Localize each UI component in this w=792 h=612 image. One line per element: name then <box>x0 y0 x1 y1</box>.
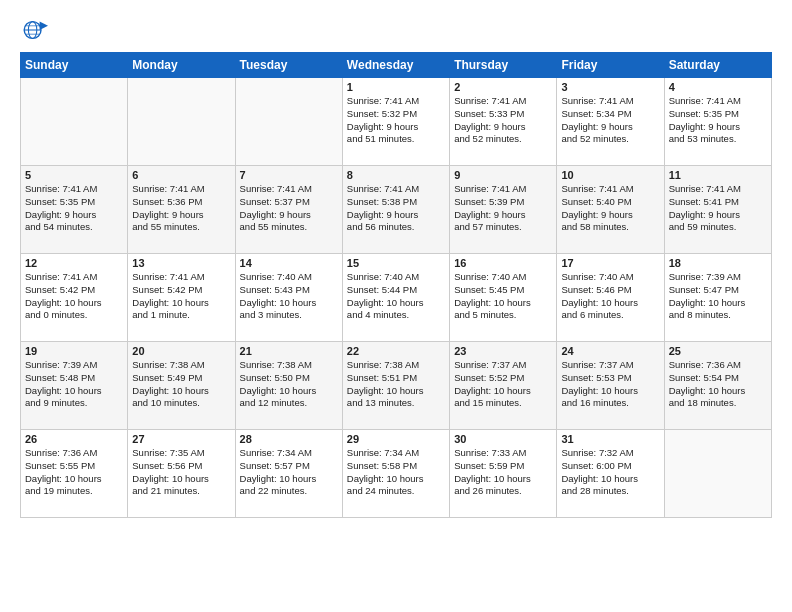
day-number: 10 <box>561 169 659 181</box>
day-number: 24 <box>561 345 659 357</box>
day-number: 16 <box>454 257 552 269</box>
calendar-cell: 15Sunrise: 7:40 AM Sunset: 5:44 PM Dayli… <box>342 254 449 342</box>
day-info: Sunrise: 7:41 AM Sunset: 5:38 PM Dayligh… <box>347 183 445 234</box>
calendar-cell: 23Sunrise: 7:37 AM Sunset: 5:52 PM Dayli… <box>450 342 557 430</box>
calendar-cell: 10Sunrise: 7:41 AM Sunset: 5:40 PM Dayli… <box>557 166 664 254</box>
calendar-cell: 30Sunrise: 7:33 AM Sunset: 5:59 PM Dayli… <box>450 430 557 518</box>
calendar-week-2: 5Sunrise: 7:41 AM Sunset: 5:35 PM Daylig… <box>21 166 772 254</box>
day-number: 23 <box>454 345 552 357</box>
calendar-cell: 17Sunrise: 7:40 AM Sunset: 5:46 PM Dayli… <box>557 254 664 342</box>
day-info: Sunrise: 7:41 AM Sunset: 5:40 PM Dayligh… <box>561 183 659 234</box>
day-number: 11 <box>669 169 767 181</box>
calendar-cell: 11Sunrise: 7:41 AM Sunset: 5:41 PM Dayli… <box>664 166 771 254</box>
day-info: Sunrise: 7:40 AM Sunset: 5:43 PM Dayligh… <box>240 271 338 322</box>
day-info: Sunrise: 7:37 AM Sunset: 5:53 PM Dayligh… <box>561 359 659 410</box>
day-number: 4 <box>669 81 767 93</box>
calendar-cell: 25Sunrise: 7:36 AM Sunset: 5:54 PM Dayli… <box>664 342 771 430</box>
day-number: 13 <box>132 257 230 269</box>
calendar-cell: 20Sunrise: 7:38 AM Sunset: 5:49 PM Dayli… <box>128 342 235 430</box>
day-number: 19 <box>25 345 123 357</box>
calendar-cell: 6Sunrise: 7:41 AM Sunset: 5:36 PM Daylig… <box>128 166 235 254</box>
calendar-cell <box>128 78 235 166</box>
calendar-cell: 5Sunrise: 7:41 AM Sunset: 5:35 PM Daylig… <box>21 166 128 254</box>
day-number: 31 <box>561 433 659 445</box>
day-number: 30 <box>454 433 552 445</box>
day-number: 21 <box>240 345 338 357</box>
day-number: 26 <box>25 433 123 445</box>
calendar-cell: 29Sunrise: 7:34 AM Sunset: 5:58 PM Dayli… <box>342 430 449 518</box>
day-number: 14 <box>240 257 338 269</box>
day-info: Sunrise: 7:41 AM Sunset: 5:41 PM Dayligh… <box>669 183 767 234</box>
day-info: Sunrise: 7:40 AM Sunset: 5:45 PM Dayligh… <box>454 271 552 322</box>
calendar-cell: 2Sunrise: 7:41 AM Sunset: 5:33 PM Daylig… <box>450 78 557 166</box>
calendar-week-4: 19Sunrise: 7:39 AM Sunset: 5:48 PM Dayli… <box>21 342 772 430</box>
day-number: 28 <box>240 433 338 445</box>
day-info: Sunrise: 7:40 AM Sunset: 5:44 PM Dayligh… <box>347 271 445 322</box>
day-number: 20 <box>132 345 230 357</box>
calendar-cell <box>21 78 128 166</box>
calendar-table: SundayMondayTuesdayWednesdayThursdayFrid… <box>20 52 772 518</box>
calendar-cell: 26Sunrise: 7:36 AM Sunset: 5:55 PM Dayli… <box>21 430 128 518</box>
day-info: Sunrise: 7:41 AM Sunset: 5:42 PM Dayligh… <box>25 271 123 322</box>
calendar-cell: 4Sunrise: 7:41 AM Sunset: 5:35 PM Daylig… <box>664 78 771 166</box>
calendar-cell: 12Sunrise: 7:41 AM Sunset: 5:42 PM Dayli… <box>21 254 128 342</box>
calendar-cell: 22Sunrise: 7:38 AM Sunset: 5:51 PM Dayli… <box>342 342 449 430</box>
calendar-cell: 28Sunrise: 7:34 AM Sunset: 5:57 PM Dayli… <box>235 430 342 518</box>
header-cell-wednesday: Wednesday <box>342 53 449 78</box>
day-number: 6 <box>132 169 230 181</box>
calendar-cell: 14Sunrise: 7:40 AM Sunset: 5:43 PM Dayli… <box>235 254 342 342</box>
day-info: Sunrise: 7:32 AM Sunset: 6:00 PM Dayligh… <box>561 447 659 498</box>
calendar-cell: 19Sunrise: 7:39 AM Sunset: 5:48 PM Dayli… <box>21 342 128 430</box>
calendar-week-5: 26Sunrise: 7:36 AM Sunset: 5:55 PM Dayli… <box>21 430 772 518</box>
calendar-cell: 21Sunrise: 7:38 AM Sunset: 5:50 PM Dayli… <box>235 342 342 430</box>
day-info: Sunrise: 7:41 AM Sunset: 5:33 PM Dayligh… <box>454 95 552 146</box>
calendar-cell: 3Sunrise: 7:41 AM Sunset: 5:34 PM Daylig… <box>557 78 664 166</box>
header-cell-saturday: Saturday <box>664 53 771 78</box>
day-number: 25 <box>669 345 767 357</box>
day-info: Sunrise: 7:39 AM Sunset: 5:48 PM Dayligh… <box>25 359 123 410</box>
day-info: Sunrise: 7:39 AM Sunset: 5:47 PM Dayligh… <box>669 271 767 322</box>
day-number: 22 <box>347 345 445 357</box>
day-info: Sunrise: 7:36 AM Sunset: 5:55 PM Dayligh… <box>25 447 123 498</box>
day-number: 5 <box>25 169 123 181</box>
day-number: 8 <box>347 169 445 181</box>
day-info: Sunrise: 7:33 AM Sunset: 5:59 PM Dayligh… <box>454 447 552 498</box>
logo-icon <box>20 16 48 44</box>
day-info: Sunrise: 7:36 AM Sunset: 5:54 PM Dayligh… <box>669 359 767 410</box>
day-number: 7 <box>240 169 338 181</box>
logo <box>20 16 52 44</box>
day-number: 29 <box>347 433 445 445</box>
day-number: 27 <box>132 433 230 445</box>
calendar-cell: 7Sunrise: 7:41 AM Sunset: 5:37 PM Daylig… <box>235 166 342 254</box>
day-info: Sunrise: 7:41 AM Sunset: 5:36 PM Dayligh… <box>132 183 230 234</box>
calendar-week-3: 12Sunrise: 7:41 AM Sunset: 5:42 PM Dayli… <box>21 254 772 342</box>
calendar-cell: 1Sunrise: 7:41 AM Sunset: 5:32 PM Daylig… <box>342 78 449 166</box>
calendar-cell <box>235 78 342 166</box>
header-cell-sunday: Sunday <box>21 53 128 78</box>
day-number: 1 <box>347 81 445 93</box>
day-info: Sunrise: 7:38 AM Sunset: 5:51 PM Dayligh… <box>347 359 445 410</box>
calendar-cell: 27Sunrise: 7:35 AM Sunset: 5:56 PM Dayli… <box>128 430 235 518</box>
calendar-header: SundayMondayTuesdayWednesdayThursdayFrid… <box>21 53 772 78</box>
day-info: Sunrise: 7:34 AM Sunset: 5:58 PM Dayligh… <box>347 447 445 498</box>
header-cell-monday: Monday <box>128 53 235 78</box>
day-info: Sunrise: 7:41 AM Sunset: 5:35 PM Dayligh… <box>25 183 123 234</box>
calendar-cell: 31Sunrise: 7:32 AM Sunset: 6:00 PM Dayli… <box>557 430 664 518</box>
calendar-cell <box>664 430 771 518</box>
day-number: 3 <box>561 81 659 93</box>
day-number: 15 <box>347 257 445 269</box>
day-info: Sunrise: 7:38 AM Sunset: 5:50 PM Dayligh… <box>240 359 338 410</box>
header-area <box>20 16 772 44</box>
header-cell-tuesday: Tuesday <box>235 53 342 78</box>
header-cell-friday: Friday <box>557 53 664 78</box>
calendar-body: 1Sunrise: 7:41 AM Sunset: 5:32 PM Daylig… <box>21 78 772 518</box>
day-number: 2 <box>454 81 552 93</box>
day-info: Sunrise: 7:37 AM Sunset: 5:52 PM Dayligh… <box>454 359 552 410</box>
day-number: 12 <box>25 257 123 269</box>
day-info: Sunrise: 7:41 AM Sunset: 5:32 PM Dayligh… <box>347 95 445 146</box>
day-number: 17 <box>561 257 659 269</box>
day-info: Sunrise: 7:41 AM Sunset: 5:35 PM Dayligh… <box>669 95 767 146</box>
calendar-cell: 9Sunrise: 7:41 AM Sunset: 5:39 PM Daylig… <box>450 166 557 254</box>
day-number: 18 <box>669 257 767 269</box>
day-info: Sunrise: 7:34 AM Sunset: 5:57 PM Dayligh… <box>240 447 338 498</box>
